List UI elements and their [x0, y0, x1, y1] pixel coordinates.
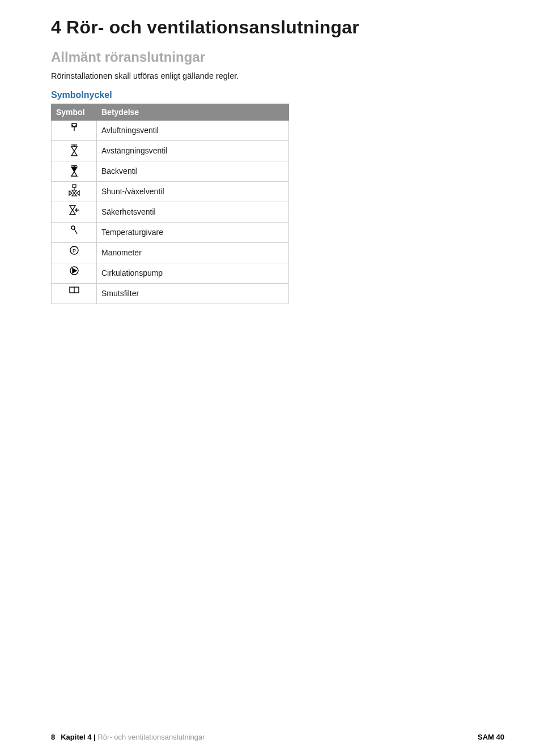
- filter-icon: [67, 286, 82, 300]
- footer-left: 8 Kapitel 4 | Rör- och ventilationsanslu…: [51, 733, 205, 741]
- intro-paragraph: Rörinstallationen skall utföras enligt g…: [51, 71, 289, 82]
- table-header-row: Symbol Betydelse: [52, 104, 289, 120]
- table-row: Avstängningsventil: [52, 140, 289, 161]
- header-meaning: Betydelse: [97, 104, 289, 120]
- symbol-cell: [52, 140, 97, 161]
- page-number: 8: [51, 733, 55, 741]
- meaning-cell: Avstängningsventil: [97, 140, 289, 161]
- pump-icon: [67, 266, 82, 279]
- temp-sensor-icon: [67, 225, 82, 238]
- symbol-key-table: Symbol Betydelse Avluftningsventil: [51, 104, 289, 304]
- table-row: Smutsfilter: [52, 283, 289, 304]
- svg-text:P: P: [72, 247, 75, 253]
- footer-chapter-title: Rör- och ventilationsanslutningar: [97, 733, 205, 741]
- safety-valve-icon: [67, 204, 82, 218]
- meaning-cell: Shunt-/växelventil: [97, 181, 289, 202]
- table-row: Avluftningsventil: [52, 120, 289, 140]
- chapter-heading: 4 Rör- och ventilationsanslutningar: [51, 17, 504, 38]
- table-row: Cirkulationspump: [52, 263, 289, 283]
- symbol-cell: [52, 161, 97, 181]
- meaning-cell: Smutsfilter: [97, 283, 289, 304]
- symbol-cell: P: [52, 242, 97, 263]
- vent-valve-icon: [67, 123, 82, 136]
- symbol-cell: [52, 283, 97, 304]
- table-row: Temperaturgivare: [52, 222, 289, 242]
- meaning-cell: Manometer: [97, 242, 289, 263]
- meaning-cell: Säkerhetsventil: [97, 202, 289, 222]
- symbol-cell: [52, 120, 97, 140]
- footer-doc-code: SAM 40: [478, 733, 504, 741]
- meaning-cell: Avluftningsventil: [97, 120, 289, 140]
- document-page: 4 Rör- och ventilationsanslutningar Allm…: [0, 0, 544, 756]
- shunt-valve-icon: [67, 184, 82, 198]
- page-footer: 8 Kapitel 4 | Rör- och ventilationsanslu…: [0, 733, 544, 741]
- section-heading: Allmänt röranslutningar: [51, 49, 504, 65]
- symbol-cell: [52, 263, 97, 283]
- symbol-cell: [52, 222, 97, 242]
- table-row: P Manometer: [52, 242, 289, 263]
- manometer-icon: P: [67, 245, 82, 259]
- symbol-cell: [52, 202, 97, 222]
- table-row: Shunt-/växelventil: [52, 181, 289, 202]
- table-row: Säkerhetsventil: [52, 202, 289, 222]
- svg-rect-3: [73, 185, 76, 187]
- meaning-cell: Cirkulationspump: [97, 263, 289, 283]
- header-symbol: Symbol: [52, 104, 97, 120]
- check-valve-icon: [67, 164, 82, 177]
- meaning-cell: Temperaturgivare: [97, 222, 289, 242]
- table-row: Backventil: [52, 161, 289, 181]
- shutoff-valve-icon: [67, 143, 82, 157]
- symbol-key-heading: Symbolnyckel: [51, 90, 504, 100]
- footer-chapter-label: Kapitel 4 |: [61, 733, 95, 741]
- svg-rect-0: [72, 123, 76, 127]
- meaning-cell: Backventil: [97, 161, 289, 181]
- symbol-cell: [52, 181, 97, 202]
